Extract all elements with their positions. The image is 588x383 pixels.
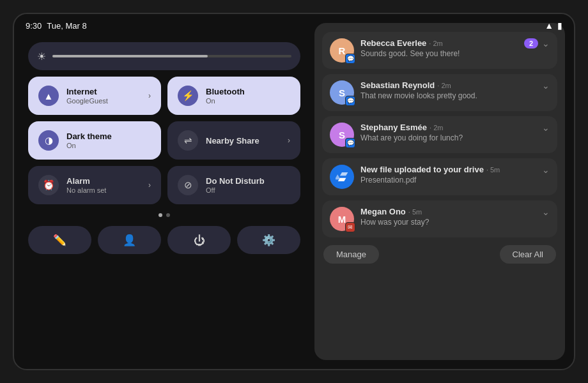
bluetooth-icon: ⚡ <box>178 86 198 106</box>
avatar-stephany: S 💬 <box>330 123 354 147</box>
brightness-icon: ☀ <box>37 50 46 63</box>
notif-chevron-drive[interactable]: ⌄ <box>542 165 550 175</box>
toggle-dnd[interactable]: ⊘ Do Not Disturb Off <box>167 166 300 204</box>
toggles-grid: ▲ Internet GoogleGuest › ⚡ Bluetooth On … <box>28 77 300 204</box>
notifications-footer: Manage Clear All <box>322 245 557 264</box>
notif-time-stephany: · 2m <box>429 124 443 131</box>
darktheme-label: Dark theme <box>66 131 151 141</box>
bluetooth-sub: On <box>206 97 290 105</box>
alarm-sub: No alarm set <box>66 186 141 194</box>
brightness-track[interactable] <box>52 55 291 57</box>
notif-msg-sebastian: That new movie looks pretty good. <box>360 91 536 100</box>
quick-settings-panel: ☀ ▲ Internet GoogleGuest › ⚡ Bluetooth <box>14 14 314 369</box>
notif-name-megan: Megan Ono <box>360 207 406 216</box>
toggle-darktheme[interactable]: ◑ Dark theme On <box>28 121 161 160</box>
tablet-frame: 9:30 Tue, Mar 8 ▲ ▮ ☀ ▲ Internet GoogleG… <box>13 13 575 370</box>
app-icon-stephany: 💬 <box>345 138 355 148</box>
notification-rebecca[interactable]: R 💬 Rebecca Everlee · 2m Sounds good. Se… <box>322 32 557 69</box>
page-dot-1[interactable] <box>159 213 162 217</box>
status-bar: 9:30 Tue, Mar 8 ▲ ▮ <box>14 14 574 37</box>
dnd-icon: ⊘ <box>178 175 198 195</box>
notif-time-sebastian: · 2m <box>437 82 451 89</box>
nearbyshare-chevron: › <box>288 136 290 145</box>
notif-msg-rebecca: Sounds good. See you there! <box>360 49 518 58</box>
battery-status-icon: ▮ <box>557 20 562 31</box>
user-icon: 👤 <box>123 234 136 247</box>
internet-chevron: › <box>148 91 151 100</box>
dnd-label: Do Not Disturb <box>206 176 290 186</box>
status-date: Tue, Mar 8 <box>47 21 86 31</box>
notif-time-rebecca: · 2m <box>429 40 442 47</box>
notification-sebastian[interactable]: S 💬 Sebastian Reynold · 2m That new movi… <box>322 74 557 111</box>
toggle-internet[interactable]: ▲ Internet GoogleGuest › <box>28 77 161 115</box>
wifi-status-icon: ▲ <box>545 20 553 31</box>
drive-icon <box>330 165 354 189</box>
edit-icon: ✏️ <box>53 234 66 247</box>
avatar-sebastian: S 💬 <box>330 80 354 105</box>
notification-megan[interactable]: M ✉ Megan Ono · 5m How was your stay? ⌄ <box>322 200 557 237</box>
edit-button[interactable]: ✏️ <box>28 226 91 254</box>
notif-chevron-megan[interactable]: ⌄ <box>542 207 550 217</box>
brightness-fill <box>52 55 208 57</box>
user-button[interactable]: 👤 <box>98 226 161 254</box>
notification-stephany[interactable]: S 💬 Stephany Esmée · 2m What are you doi… <box>322 116 557 153</box>
action-buttons-row: ✏️ 👤 ⏻ ⚙️ <box>28 226 300 254</box>
notif-chevron-sebastian[interactable]: ⌄ <box>542 80 550 91</box>
page-dot-2[interactable] <box>166 213 170 217</box>
brightness-row[interactable]: ☀ <box>28 42 300 70</box>
app-icon-sebastian: 💬 <box>345 96 355 106</box>
notif-msg-stephany: What are you doing for lunch? <box>360 133 536 142</box>
notification-drive[interactable]: New file uploaded to your drive · 5m Pre… <box>322 158 557 195</box>
bluetooth-label: Bluetooth <box>206 87 290 96</box>
notif-name-rebecca: Rebecca Everlee <box>360 38 426 48</box>
internet-sub: GoogleGuest <box>66 97 141 105</box>
toggle-alarm[interactable]: ⏰ Alarm No alarm set › <box>28 166 161 204</box>
page-indicators <box>28 213 300 217</box>
internet-label: Internet <box>66 87 141 96</box>
notif-time-drive: · 5m <box>486 166 500 174</box>
avatar-megan: M ✉ <box>330 207 354 231</box>
wifi-icon: ▲ <box>38 86 59 106</box>
notif-msg-drive: Presentation.pdf <box>360 176 536 184</box>
toggle-nearbyshare[interactable]: ⇌ Nearby Share › <box>167 121 300 160</box>
notifications-panel: R 💬 Rebecca Everlee · 2m Sounds good. Se… <box>314 23 565 360</box>
nearbyshare-label: Nearby Share <box>206 136 280 146</box>
notif-msg-megan: How was your stay? <box>360 218 536 227</box>
nearbyshare-icon: ⇌ <box>178 130 198 151</box>
notif-name-sebastian: Sebastian Reynold <box>360 80 435 90</box>
power-icon: ⏻ <box>194 234 205 247</box>
alarm-label: Alarm <box>66 176 141 186</box>
dnd-sub: Off <box>206 186 290 194</box>
clear-all-button[interactable]: Clear All <box>500 245 556 264</box>
app-icon-megan: ✉ <box>345 222 355 232</box>
notif-chevron-rebecca[interactable]: ⌄ <box>542 38 550 49</box>
notif-name-drive: New file uploaded to your drive <box>360 165 484 174</box>
alarm-icon: ⏰ <box>38 175 59 195</box>
settings-button[interactable]: ⚙️ <box>237 226 300 254</box>
darktheme-sub: On <box>66 142 151 149</box>
settings-icon: ⚙️ <box>262 234 275 247</box>
status-time: 9:30 <box>26 21 42 31</box>
power-button[interactable]: ⏻ <box>167 226 231 254</box>
notif-chevron-stephany[interactable]: ⌄ <box>542 123 550 133</box>
notif-badge-rebecca: 2 <box>524 38 538 49</box>
notif-name-stephany: Stephany Esmée <box>360 123 427 132</box>
manage-button[interactable]: Manage <box>323 245 379 264</box>
darktheme-icon: ◑ <box>38 130 59 151</box>
alarm-chevron: › <box>148 181 151 190</box>
avatar-rebecca: R 💬 <box>330 38 354 63</box>
toggle-bluetooth[interactable]: ⚡ Bluetooth On <box>167 77 300 115</box>
app-icon-rebecca: 💬 <box>345 54 355 64</box>
notif-time-megan: · 5m <box>408 208 422 216</box>
